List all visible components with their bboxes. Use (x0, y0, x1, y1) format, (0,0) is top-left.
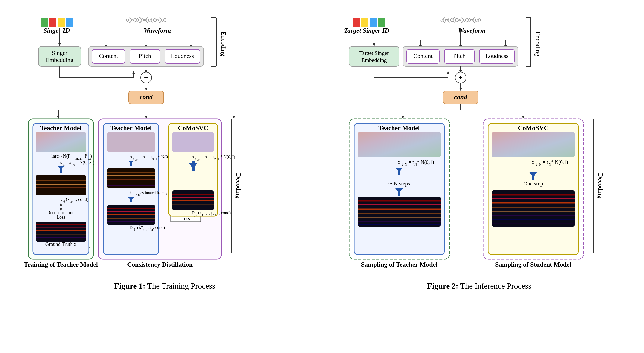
tm1-math1-end: , P (82, 154, 87, 159)
f2-noise-spec-cms (492, 132, 575, 157)
tm1-math1-paren: ) (90, 154, 92, 159)
f2-target-singer-embed-text2: Embedding (361, 57, 387, 63)
svg-text:* N(0,1): * N(0,1) (551, 159, 568, 165)
arrowhead-tm2 (145, 116, 147, 119)
noise-spec-cms (172, 132, 214, 152)
arrowhead-to-plus (132, 71, 135, 74)
mel-spec-tm1 (36, 175, 86, 195)
svg-text:, t: , t (148, 225, 151, 230)
pitch-label: Pitch (139, 53, 151, 59)
svg-text:, t: , t (209, 210, 213, 215)
f2-content-label: Content (413, 53, 433, 59)
f2-one-step: One step (523, 180, 543, 187)
figure2-section: Target Singer ID Waveform (330, 10, 629, 291)
svg-text:0: 0 (208, 157, 209, 161)
svg-text:+ t: + t (210, 154, 215, 159)
svg-text:n: n (151, 228, 153, 231)
svg-text:estimated from x: estimated from x (140, 191, 167, 195)
f2-comosvc-title: CoMoSVC (518, 124, 548, 132)
svg-text:0: 0 (73, 163, 75, 166)
teacher-model-2-title: Teacher Model (110, 124, 152, 132)
f2-waveform-path2 (441, 20, 481, 23)
f2-n-steps: ··· N steps (388, 180, 410, 187)
f2-bar-red (353, 18, 360, 27)
f2-arrowhead-cms (522, 116, 524, 119)
arrowhead-tm1 (57, 116, 60, 119)
figure1-caption: Figure 1: The Training Process (21, 281, 309, 291)
svg-text:t_N: t_N (536, 163, 541, 166)
decoding-label: Decoding (235, 173, 242, 198)
svg-text:t_N: t_N (402, 163, 407, 166)
noise-spec-tm2 (107, 132, 155, 152)
svg-text:= t: = t (543, 159, 548, 165)
svg-text:n: n (70, 200, 72, 203)
arrowhead-singer (58, 43, 61, 46)
singer-embedding-box (38, 46, 81, 66)
svg-text:θ: θ (63, 200, 65, 203)
f2-encoding-label: Encoding (534, 31, 542, 56)
blue-arrow-tm2-shaft (130, 161, 132, 166)
teacher-model-1-title: Teacher Model (40, 124, 81, 132)
svg-text:t_n: t_n (136, 193, 140, 197)
f2-noise-spec-tm (358, 132, 441, 157)
encoding-label: Encoding (220, 31, 227, 56)
figure2-caption: Figure 2: The Inference Process (335, 281, 623, 291)
f2-cond-label: cond (454, 93, 467, 101)
svg-text:n+1: n+1 (214, 157, 219, 161)
cond-label: cond (140, 93, 153, 101)
figure1-diagram: Singer ID Waveform (21, 10, 309, 273)
waveform-path2 (126, 20, 166, 23)
target-singer-id-label: Target Singer ID (344, 27, 389, 34)
f2-bar-yellow (361, 18, 368, 27)
ground-truth-sub: 0 (89, 244, 91, 248)
svg-text:n+1: n+1 (197, 159, 201, 161)
f2-blue-arrow-cms-shaft (532, 172, 534, 180)
f2-bar-green (378, 18, 385, 27)
waveform-path (126, 17, 166, 20)
svg-text:= x: = x (65, 160, 71, 165)
ground-truth-label: Ground Truth x (45, 241, 76, 247)
f2-blue-arrow-tm2-shaft (398, 188, 400, 196)
figure1-section: Singer ID Waveform (15, 10, 314, 291)
f2-arrowhead-target (373, 43, 375, 46)
f2-plus-sign: + (458, 73, 462, 81)
svg-text:, cond): , cond) (153, 225, 165, 230)
content-label: Content (99, 53, 118, 59)
f2-sampling-teacher-label: Sampling of Teacher Model (361, 261, 437, 268)
f2-bar-blue (370, 18, 377, 27)
noise-spec-tm1-fill (36, 132, 86, 152)
f2-pitch-label: Pitch (453, 53, 465, 59)
tm1-math1: ln(t)∼N(P (51, 154, 70, 159)
svg-text:(x: (x (66, 197, 70, 202)
color-bar-blue (66, 18, 73, 27)
cms-dtheta: D (191, 210, 194, 215)
f2-sampling-student-label: Sampling of Student Model (495, 261, 571, 268)
svg-text:± N(0, t²I): ± N(0, t²I) (76, 160, 94, 165)
fig2-wrapper: Target Singer ID Waveform (335, 10, 623, 291)
singer-id-label: Singer ID (43, 27, 70, 34)
svg-text:n+1: n+1 (135, 159, 139, 161)
f2-arrowhead-to-plus (447, 71, 449, 74)
tm1-dtheta: D (59, 197, 62, 202)
recon-loss-text2: Loss (56, 215, 65, 220)
svg-text:= x: = x (140, 154, 145, 159)
svg-text:n+1: n+1 (152, 157, 157, 161)
svg-text:* N(0, I): * N(0, I) (220, 154, 235, 159)
f2-loudness-label: Loudness (485, 53, 508, 59)
blue-arrow-tm1-shaft1 (60, 166, 62, 173)
tm2-estimated-text: x̂⁰ (129, 191, 133, 195)
svg-text:n+1: n+1 (213, 213, 218, 217)
figure2-title-rest: The Inference Process (458, 281, 531, 290)
arrowhead-cms (233, 116, 235, 119)
svg-text:(x: (x (198, 210, 202, 215)
f2-waveform-group (441, 17, 481, 23)
svg-text:t_n: t_n (143, 228, 147, 231)
f2-tm-math1: x (398, 159, 400, 165)
svg-text:0: 0 (146, 157, 147, 161)
figure1-title-rest: The Training Process (145, 281, 215, 290)
f2-blue-arrow-tm1-shaft (398, 168, 400, 175)
svg-text:= x: = x (202, 154, 207, 159)
tm2-math1: x (130, 154, 132, 159)
f2-decoding-label: Decoding (597, 173, 604, 198)
plus-sign: + (144, 73, 148, 81)
